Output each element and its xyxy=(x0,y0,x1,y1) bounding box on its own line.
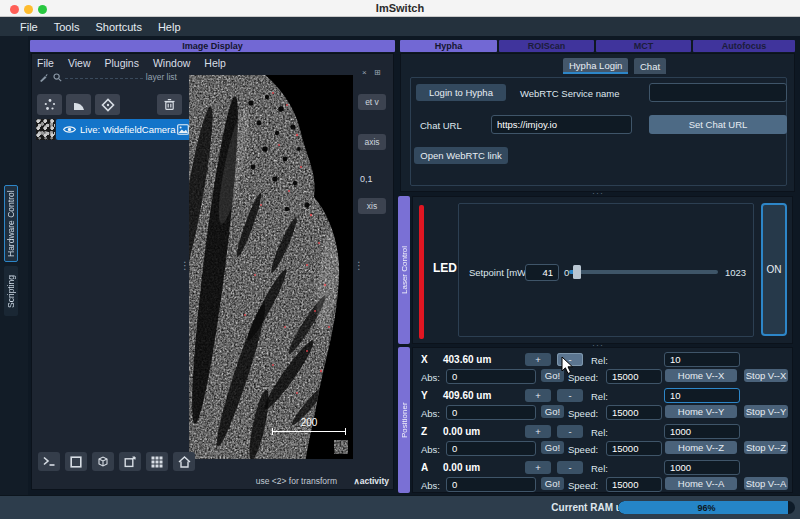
laser-on-button[interactable]: ON xyxy=(761,203,787,336)
y-home-button[interactable]: Home V--Y xyxy=(665,405,737,418)
a-minus-button[interactable]: - xyxy=(557,461,583,474)
delete-layer-button[interactable] xyxy=(157,94,182,115)
y-minus-button[interactable]: - xyxy=(557,389,583,402)
z-abs-input[interactable] xyxy=(446,441,536,456)
dock-popout-icon[interactable]: ⊞ xyxy=(374,68,381,77)
layer-row[interactable]: Live: WidefieldCamera xyxy=(56,119,194,140)
viewer-menu-plugins[interactable]: Plugins xyxy=(105,57,139,69)
splitter-grip-right[interactable]: ⋮ xyxy=(354,264,364,268)
y-stop-button[interactable]: Stop V--Y xyxy=(744,405,788,418)
tab-roiscan[interactable]: ROIScan xyxy=(499,40,594,52)
z-go-button[interactable]: Go! xyxy=(541,441,564,454)
dock-close-icon[interactable]: × xyxy=(362,68,367,77)
webrtc-service-name-input[interactable] xyxy=(649,83,787,102)
tab-hypha[interactable]: Hypha xyxy=(400,40,497,52)
chat-url-input[interactable] xyxy=(491,115,632,134)
a-rel-input[interactable] xyxy=(664,460,740,475)
trash-icon xyxy=(163,98,176,111)
position-x: 403.60 um xyxy=(443,354,491,365)
laser-slider-handle[interactable] xyxy=(573,265,581,279)
y-go-button[interactable]: Go! xyxy=(541,405,564,418)
viewer-status-text: use <2> for transform xyxy=(256,476,337,486)
z-plus-button[interactable]: + xyxy=(525,425,551,438)
a-plus-button[interactable]: + xyxy=(525,461,551,474)
positioner-vertical-tab[interactable]: Positioner xyxy=(398,347,410,493)
image-display-header[interactable]: Image Display xyxy=(30,40,395,52)
tab-autofocus[interactable]: Autofocus xyxy=(693,40,795,52)
menu-help[interactable]: Help xyxy=(158,21,181,33)
console-button[interactable] xyxy=(38,452,60,471)
a-abs-input[interactable] xyxy=(446,477,536,492)
status-bar: Current RAM usage: 96% xyxy=(0,495,800,519)
y-abs-input[interactable] xyxy=(446,405,536,420)
dock-button-1[interactable]: et v xyxy=(358,94,386,110)
viewer-canvas[interactable]: 200 xyxy=(189,75,353,459)
menu-file[interactable]: File xyxy=(20,21,38,33)
layer-name: Live: WidefieldCamera xyxy=(80,124,176,135)
transpose-icon xyxy=(124,456,136,468)
z-minus-button[interactable]: - xyxy=(557,425,583,438)
login-to-hypha-button[interactable]: Login to Hypha xyxy=(416,84,506,101)
z-speed-input[interactable] xyxy=(606,441,662,456)
new-labels-layer-button[interactable] xyxy=(95,94,120,115)
x-home-button[interactable]: Home V--X xyxy=(665,369,737,382)
a-go-button[interactable]: Go! xyxy=(541,477,564,490)
y-plus-button[interactable]: + xyxy=(525,389,551,402)
roll-dimensions-button[interactable] xyxy=(92,452,114,471)
new-shapes-layer-button[interactable] xyxy=(66,94,91,115)
laser-control-vertical-tab[interactable]: Laser Control xyxy=(398,196,410,344)
splitter-grip-horizontal[interactable]: ··· xyxy=(592,192,604,195)
visibility-eye-icon[interactable] xyxy=(63,125,76,134)
viewer-menu-help[interactable]: Help xyxy=(204,57,226,69)
a-abs-label: Abs: xyxy=(421,480,440,491)
tag-icon xyxy=(101,98,115,112)
splitter-grip-left[interactable]: ⋮ xyxy=(180,264,190,268)
open-webrtc-link-button[interactable]: Open WebRTC link xyxy=(414,147,508,164)
viewer-menu-window[interactable]: Window xyxy=(153,57,190,69)
y-speed-input[interactable] xyxy=(606,405,662,420)
subtab-chat[interactable]: Chat xyxy=(634,58,666,74)
grid-view-button[interactable] xyxy=(146,452,168,471)
x-stop-button[interactable]: Stop V--X xyxy=(744,369,788,382)
home-view-button[interactable] xyxy=(173,452,195,471)
position-y: 409.60 um xyxy=(443,390,491,401)
setpoint-input[interactable] xyxy=(525,264,559,281)
x-plus-button[interactable]: + xyxy=(525,353,551,366)
viewer-menu-view[interactable]: View xyxy=(68,57,91,69)
transpose-dimensions-button[interactable] xyxy=(119,452,141,471)
z-home-button[interactable]: Home V--Z xyxy=(665,441,737,454)
subtab-hypha-login[interactable]: Hypha Login xyxy=(563,58,628,74)
a-home-button[interactable]: Home V--A xyxy=(665,477,737,490)
layer-list-title: layer list xyxy=(146,72,177,82)
menu-shortcuts[interactable]: Shortcuts xyxy=(95,21,141,33)
brush-icon[interactable] xyxy=(39,73,48,82)
layer-list-header: layer list xyxy=(37,72,179,84)
a-stop-button[interactable]: Stop V--A xyxy=(744,477,788,490)
dock-button-3[interactable]: xis xyxy=(358,198,386,214)
positioner-panel: X 403.60 um + - Rel: Abs: Go! Speed: Hom… xyxy=(412,347,793,493)
laser-slider[interactable] xyxy=(569,270,718,274)
menu-tools[interactable]: Tools xyxy=(54,21,80,33)
tab-hardware-control[interactable]: Hardware Control xyxy=(4,185,18,262)
new-points-layer-button[interactable] xyxy=(37,94,62,115)
activity-button[interactable]: ∧activity xyxy=(353,476,389,486)
tab-mct[interactable]: MCT xyxy=(596,40,691,52)
magnifier-icon[interactable] xyxy=(53,73,62,82)
x-abs-input[interactable] xyxy=(446,369,536,384)
x-rel-input[interactable] xyxy=(664,352,740,367)
dock-button-2[interactable]: axis xyxy=(358,134,386,150)
set-chat-url-button[interactable]: Set Chat URL xyxy=(649,115,787,134)
x-speed-input[interactable] xyxy=(606,369,662,384)
scale-bar-value: 200 xyxy=(272,417,346,428)
x-go-button[interactable]: Go! xyxy=(541,369,564,382)
ndisplay-toggle-button[interactable] xyxy=(65,452,87,471)
y-rel-input[interactable] xyxy=(664,388,740,403)
z-stop-button[interactable]: Stop V--Z xyxy=(744,441,788,454)
z-rel-label: Rel: xyxy=(591,427,608,438)
x-minus-button[interactable]: - xyxy=(557,353,583,366)
a-speed-input[interactable] xyxy=(606,477,662,492)
tab-scripting[interactable]: Scripting xyxy=(4,266,18,316)
viewer-menu-file[interactable]: File xyxy=(37,57,54,69)
z-rel-input[interactable] xyxy=(664,424,740,439)
live-microscopy-image xyxy=(189,75,353,459)
